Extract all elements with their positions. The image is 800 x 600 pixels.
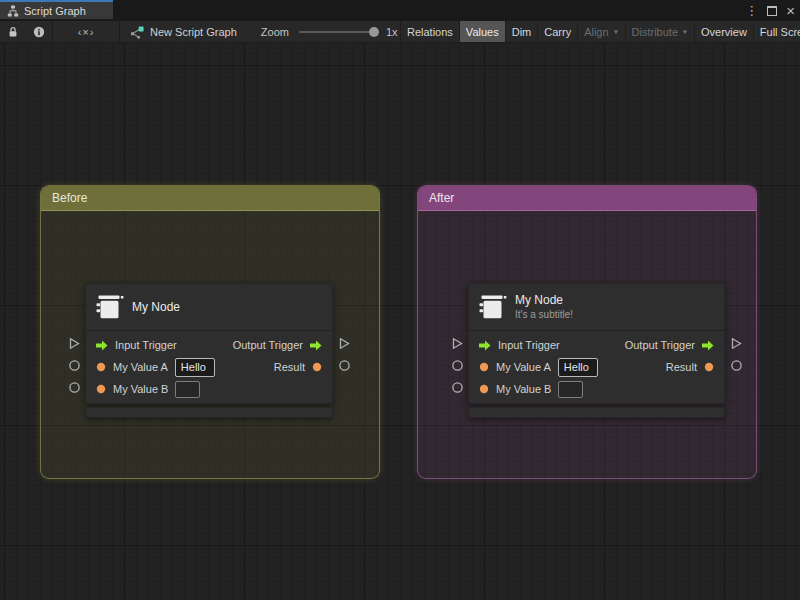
script-graph-asset-icon — [130, 25, 144, 39]
external-value-port-icon[interactable] — [451, 359, 464, 372]
group-after-header[interactable]: After — [418, 186, 756, 211]
port-row: My Value B — [86, 378, 332, 400]
graph-canvas[interactable]: Before After — [0, 43, 800, 600]
overview-button[interactable]: Overview — [694, 21, 753, 43]
value-b-input-field[interactable] — [558, 381, 583, 398]
graph-name-label: New Script Graph — [150, 26, 237, 38]
relations-button[interactable]: Relations — [400, 21, 459, 43]
custom-node-icon — [479, 294, 507, 321]
zoom-slider-handle[interactable] — [369, 27, 379, 37]
external-flow-port-icon[interactable] — [730, 337, 743, 350]
script-graph-window: Script Graph ⋮ × — [0, 0, 800, 600]
value-input-port-icon[interactable] — [479, 384, 489, 394]
distribute-dropdown[interactable]: Distribute ▼ — [625, 21, 694, 43]
port-row: My Value A Hello Result — [86, 356, 332, 378]
port-row: My Value B — [469, 378, 724, 400]
port-row: Input Trigger Output Trigger — [469, 334, 724, 356]
lock-button[interactable] — [0, 21, 26, 43]
value-input-port-icon[interactable] — [479, 362, 489, 372]
tab-script-graph[interactable]: Script Graph — [0, 0, 113, 19]
zoom-value: 1x — [386, 26, 398, 38]
zoom-slider[interactable] — [299, 31, 379, 33]
chevron-down-icon: ▼ — [681, 29, 689, 35]
flow-output-port-icon[interactable] — [702, 340, 714, 351]
zoom-control: Zoom 1x — [261, 21, 398, 43]
group-label: After — [429, 191, 454, 205]
dim-button[interactable]: Dim — [505, 21, 538, 43]
external-value-port-icon[interactable] — [68, 359, 81, 372]
external-flow-port-icon[interactable] — [68, 337, 81, 350]
external-flow-port-icon[interactable] — [451, 337, 464, 350]
close-icon[interactable]: × — [786, 0, 795, 21]
code-preview-button[interactable]: ‹×› — [53, 21, 119, 43]
external-value-port-icon[interactable] — [338, 359, 351, 372]
port-row: My Value A Hello Result — [469, 356, 724, 378]
node-header[interactable]: My Node — [86, 284, 332, 331]
external-value-port-icon[interactable] — [451, 381, 464, 394]
chevron-down-icon: ▼ — [612, 29, 620, 35]
node-header[interactable]: My Node It's a subtitle! — [469, 284, 724, 331]
toolbar-left-section: ‹×› New Script Graph Zoom 1 — [0, 21, 398, 43]
node-title: My Node — [515, 293, 573, 307]
toolbar-right-section: Relations Values Dim Carry Align ▼ Distr… — [400, 21, 800, 43]
group-before-header[interactable]: Before — [41, 186, 379, 211]
values-button[interactable]: Values — [459, 21, 505, 43]
node-footer — [468, 407, 725, 418]
external-value-port-icon[interactable] — [730, 359, 743, 372]
carry-button[interactable]: Carry — [537, 21, 577, 43]
external-flow-port-icon[interactable] — [338, 337, 351, 350]
tab-bar: Script Graph ⋮ × — [0, 0, 800, 21]
window-menu-icon[interactable]: ⋮ — [745, 0, 758, 21]
graph-asset-button[interactable]: New Script Graph — [120, 21, 247, 43]
inspector-button[interactable] — [26, 21, 52, 43]
value-a-input-field[interactable]: Hello — [175, 358, 215, 377]
flow-output-port-icon[interactable] — [310, 340, 322, 351]
value-input-port-icon[interactable] — [96, 362, 106, 372]
graph-hierarchy-icon — [7, 5, 19, 17]
value-a-input-field[interactable]: Hello — [558, 358, 598, 377]
graph-toolbar: ‹×› New Script Graph Zoom 1 — [0, 21, 800, 43]
port-row: Input Trigger Output Trigger — [86, 334, 332, 356]
lock-icon — [7, 26, 19, 38]
node-my-node-after[interactable]: My Node It's a subtitle! Input Trigger — [468, 283, 725, 418]
value-output-port-icon[interactable] — [704, 362, 714, 372]
flow-input-port-icon[interactable] — [479, 340, 491, 351]
window-controls: ⋮ × — [745, 0, 795, 21]
zoom-label: Zoom — [261, 26, 289, 38]
value-b-input-field[interactable] — [175, 381, 200, 398]
custom-node-icon — [96, 294, 124, 321]
info-icon — [33, 26, 45, 38]
node-subtitle: It's a subtitle! — [515, 309, 573, 321]
node-my-node-before[interactable]: My Node Input Trigger Output Trig — [85, 283, 333, 418]
node-footer — [85, 407, 333, 418]
external-value-port-icon[interactable] — [68, 381, 81, 394]
full-screen-button[interactable]: Full Screen — [753, 21, 800, 43]
node-title: My Node — [132, 300, 180, 314]
maximize-icon[interactable] — [767, 6, 777, 16]
tab-title: Script Graph — [24, 5, 86, 17]
align-dropdown[interactable]: Align ▼ — [577, 21, 624, 43]
value-output-port-icon[interactable] — [312, 362, 322, 372]
value-input-port-icon[interactable] — [96, 384, 106, 394]
flow-input-port-icon[interactable] — [96, 340, 108, 351]
group-label: Before — [52, 191, 87, 205]
